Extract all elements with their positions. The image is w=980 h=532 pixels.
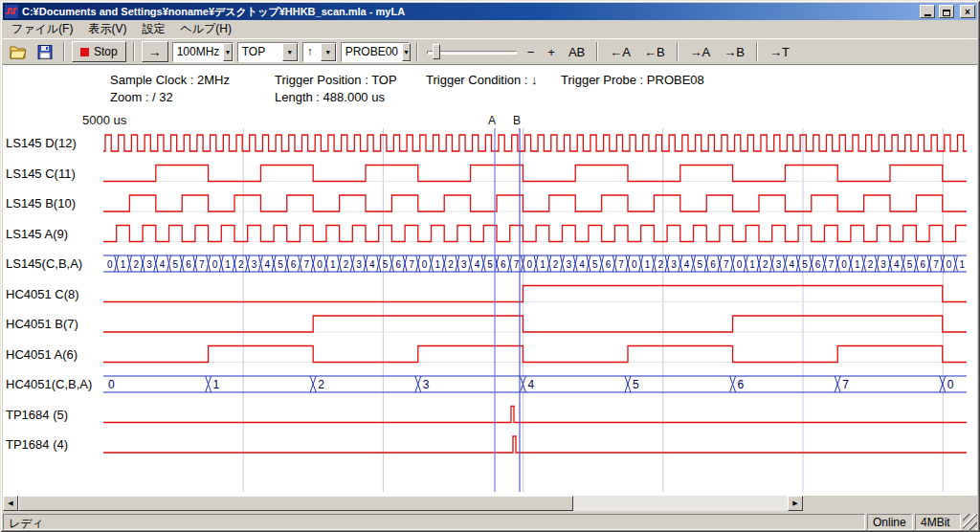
bus-value: 2 <box>344 259 349 270</box>
scrollbar-track[interactable] <box>573 496 788 511</box>
toolbar-separator <box>596 42 598 61</box>
app-icon <box>5 5 18 18</box>
chevron-down-icon[interactable]: ▼ <box>223 43 232 61</box>
zoom-slider-thumb[interactable] <box>433 44 440 59</box>
bus-value: 7 <box>514 259 520 270</box>
chevron-down-icon[interactable]: ▼ <box>282 43 298 61</box>
trigger-edge-select[interactable]: ↑ ▼ <box>302 42 337 62</box>
bus-value: 5 <box>278 259 283 270</box>
ab-range-button[interactable]: AB <box>564 43 590 61</box>
zoom-info: Zoom : / 32 <box>110 90 173 104</box>
toolbar-separator <box>677 42 679 61</box>
length-info: Length : 488.000 us <box>275 90 385 104</box>
stop-button[interactable]: Stop <box>72 41 126 62</box>
bus-value: 3 <box>146 259 152 270</box>
waveform-trace <box>103 226 967 242</box>
menu-help[interactable]: ヘルプ(H) <box>172 19 239 39</box>
time-scale-label: 5000 us <box>82 113 127 127</box>
chevron-down-icon[interactable]: ▼ <box>402 43 411 61</box>
bus-value: 6 <box>501 259 506 270</box>
bus-value: 2 <box>868 259 874 270</box>
waveform-trace <box>103 316 967 332</box>
waveform-trace <box>103 286 967 302</box>
status-message: レディ <box>3 514 865 530</box>
bus-value: 5 <box>383 259 389 270</box>
waveform-display[interactable]: LS145 D(12)LS145 C(11)LS145 B(10)LS145 A… <box>3 65 977 496</box>
marker-label: A <box>488 114 496 127</box>
bus-value: 0 <box>526 259 532 270</box>
maximize-button[interactable] <box>939 5 954 18</box>
next-a-button[interactable]: →A <box>685 43 716 61</box>
waveform-trace <box>103 346 967 363</box>
app-window: C:¥Documents and Settings¥noname¥デスクトップ¥… <box>0 0 980 532</box>
bus-value: 4 <box>369 259 375 270</box>
bus-value: 7 <box>829 259 835 270</box>
bus-value: 0 <box>632 259 637 270</box>
bus-value: 0 <box>841 259 847 270</box>
bus-value: 1 <box>749 259 755 270</box>
next-b-button[interactable]: →B <box>719 43 749 61</box>
bus-value: 6 <box>291 259 297 270</box>
trigger-position-select[interactable]: TOP ▼ <box>237 42 299 62</box>
bus-value: 1 <box>330 259 336 270</box>
zoom-slider[interactable] <box>425 42 519 61</box>
save-button[interactable] <box>33 41 56 62</box>
sample-clock-select[interactable]: 100MHz ▼ <box>172 42 234 62</box>
bus-value: 6 <box>920 259 925 270</box>
bus-value: 3 <box>423 378 430 391</box>
bus-value: 5 <box>633 378 639 391</box>
trigger-probe-select[interactable]: PROBE00 ▼ <box>341 42 410 62</box>
window-title: C:¥Documents and Settings¥noname¥デスクトップ¥… <box>22 5 916 19</box>
bus-value: 7 <box>409 259 414 270</box>
minimize-button[interactable] <box>920 5 935 18</box>
channel-label: TP1684 (5) <box>6 408 68 422</box>
chevron-down-icon[interactable]: ▼ <box>321 43 336 61</box>
prev-b-button[interactable]: ←B <box>639 43 670 61</box>
close-button[interactable]: × <box>960 5 975 18</box>
zoom-in-button[interactable]: + <box>543 43 560 61</box>
run-button[interactable]: → <box>142 41 168 62</box>
scroll-left-arrow[interactable]: ◀ <box>3 496 18 511</box>
waveform-trace <box>103 195 967 211</box>
scroll-right-arrow[interactable]: ▶ <box>788 496 803 511</box>
title-bar: C:¥Documents and Settings¥noname¥デスクトップ¥… <box>3 3 977 20</box>
trigger-position-value: TOP <box>238 43 282 61</box>
resize-grip[interactable] <box>963 514 977 530</box>
bus-value: 4 <box>684 259 690 270</box>
bus-value: 4 <box>264 259 270 270</box>
bus-value: 0 <box>947 378 954 391</box>
stop-icon <box>80 48 89 56</box>
bus-value: 2 <box>448 259 454 270</box>
bus-value: 7 <box>842 378 849 391</box>
bus-value: 0 <box>317 259 323 270</box>
status-bar: レディ Online 4MBit <box>3 514 977 530</box>
bus-value: 0 <box>212 259 218 270</box>
bus-value: 7 <box>304 259 310 270</box>
bus-value: 1 <box>960 259 966 270</box>
channel-label: LS145 A(9) <box>6 227 68 241</box>
bus-value: 3 <box>252 259 257 270</box>
bus-value: 1 <box>121 259 126 270</box>
zoom-out-button[interactable]: − <box>523 43 540 61</box>
menu-view[interactable]: 表示(V) <box>80 19 134 39</box>
bus-value: 2 <box>553 259 559 270</box>
client-area: LS145 D(12)LS145 C(11)LS145 B(10)LS145 A… <box>3 65 977 496</box>
goto-trigger-button[interactable]: →T <box>765 43 794 61</box>
channel-label: LS145 C(11) <box>6 166 76 181</box>
channel-label: LS145 B(10) <box>6 196 76 211</box>
prev-a-button[interactable]: ←A <box>605 43 635 61</box>
scrollbar-thumb[interactable] <box>18 496 573 511</box>
menu-settings[interactable]: 設定 <box>134 19 172 39</box>
bus-value: 0 <box>947 259 952 270</box>
bus-value: 1 <box>435 259 441 270</box>
zoom-slider-track[interactable] <box>427 51 517 55</box>
bus-value: 7 <box>724 259 729 270</box>
bus-value: 3 <box>880 259 886 270</box>
bus-value: 3 <box>356 259 362 270</box>
horizontal-scrollbar[interactable]: ◀ ▶ <box>3 496 803 511</box>
waveform-trace <box>103 436 967 453</box>
bus-value: 5 <box>173 259 179 270</box>
menu-file[interactable]: ファイル(F) <box>4 19 80 39</box>
open-button[interactable] <box>7 41 30 62</box>
bus-value: 4 <box>475 259 480 270</box>
